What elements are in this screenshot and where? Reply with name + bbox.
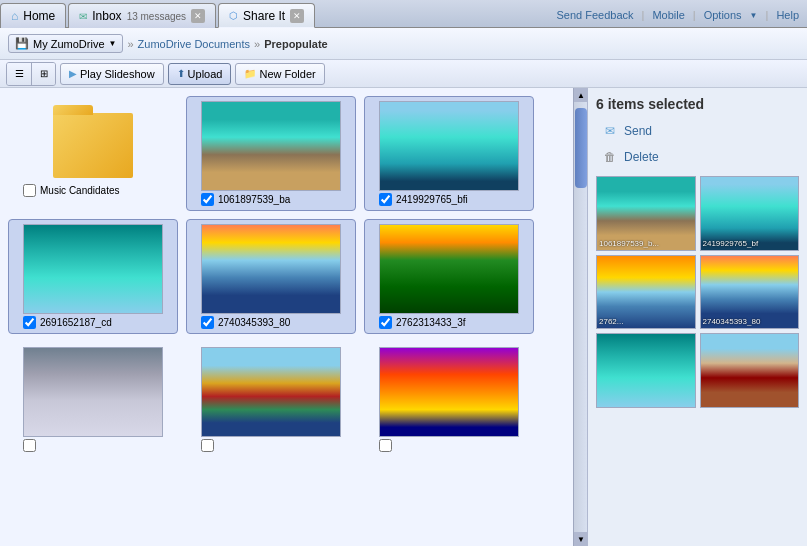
- thumbnail-stormy: [23, 347, 163, 437]
- dropdown-arrow-icon: ▼: [109, 39, 117, 48]
- thumb-img-2740: [202, 225, 340, 313]
- sel-thumb-2-label: 2419929765_bf: [703, 239, 759, 248]
- close-shareit-tab[interactable]: ✕: [290, 9, 304, 23]
- new-folder-label: New Folder: [259, 68, 315, 80]
- upload-button[interactable]: ⬆ Upload: [168, 63, 232, 85]
- folder-icon-toolbar: 📁: [244, 68, 256, 79]
- tab-shareit[interactable]: ⬡ Share It ✕: [218, 3, 315, 28]
- scroll-up-button[interactable]: ▲: [574, 88, 587, 102]
- file-label-2691: 2691652187_cd: [40, 317, 112, 328]
- drive-icon: 💾: [15, 37, 29, 50]
- sel-thumb-2: 2419929765_bf: [700, 176, 800, 251]
- checkbox-port[interactable]: [201, 439, 214, 452]
- grid-view-button[interactable]: ⊞: [31, 63, 55, 85]
- folder-label: Music Candidates: [40, 185, 119, 196]
- sel-thumb-1: 1061897539_b...: [596, 176, 696, 251]
- breadcrumb-zumodocs[interactable]: ZumoDrive Documents: [138, 38, 250, 50]
- home-icon: ⌂: [11, 9, 18, 23]
- tab-home[interactable]: ⌂ Home: [0, 3, 66, 28]
- checkbox-row-2740: 2740345393_80: [201, 316, 341, 329]
- slideshow-button[interactable]: ▶ Play Slideshow: [60, 63, 164, 85]
- file-item-2691[interactable]: 2691652187_cd: [8, 219, 178, 334]
- close-inbox-tab[interactable]: ✕: [191, 9, 205, 23]
- delete-action-label: Delete: [624, 150, 659, 164]
- checkbox-row-port: [201, 439, 341, 452]
- selection-thumbnails: 1061897539_b... 2419929765_bf 2762... 27…: [596, 176, 799, 408]
- sel-thumb-4: 2740345393_80: [700, 255, 800, 330]
- sel-thumb-3-label: 2762...: [599, 317, 623, 326]
- file-item-2740[interactable]: 2740345393_80: [186, 219, 356, 334]
- file-label-2419: 2419929765_bfi: [396, 194, 468, 205]
- checkbox-sunset[interactable]: [379, 439, 392, 452]
- sel-thumb-3: 2762...: [596, 255, 696, 330]
- folder-checkbox-row: Music Candidates: [23, 184, 163, 197]
- send-action-label: Send: [624, 124, 652, 138]
- thumb-img-port: [202, 348, 340, 436]
- top-actions: Send Feedback | Mobile | Options ▼ | Hel…: [556, 3, 807, 27]
- file-item-port[interactable]: [186, 342, 356, 457]
- send-action-button[interactable]: ✉ Send: [596, 120, 799, 142]
- file-item-folder-music[interactable]: Music Candidates: [8, 96, 178, 211]
- scrollbar-track: ▲ ▼: [573, 88, 587, 546]
- thumbnail-2740: [201, 224, 341, 314]
- selection-count: 6 items selected: [596, 96, 799, 112]
- breadcrumb-sep2: »: [254, 38, 260, 50]
- checkbox-1061[interactable]: [201, 193, 214, 206]
- thumb-img-sunset: [380, 348, 518, 436]
- sel-thumb-5: [596, 333, 696, 408]
- thumb-img-2419: [380, 102, 518, 190]
- tab-home-label: Home: [23, 9, 55, 23]
- thumbnail-2762: [379, 224, 519, 314]
- breadcrumb: 💾 My ZumoDrive ▼ » ZumoDrive Documents »…: [0, 28, 807, 60]
- file-item-sunset[interactable]: [364, 342, 534, 457]
- scrollbar-thumb[interactable]: [575, 108, 587, 188]
- sel-thumb-4-label: 2740345393_80: [703, 317, 761, 326]
- file-item-2419[interactable]: 2419929765_bfi: [364, 96, 534, 211]
- file-grid-container[interactable]: Music Candidates 1061897539_ba: [0, 88, 573, 546]
- thumbnail-sunset: [379, 347, 519, 437]
- folder-icon-music: [53, 113, 133, 178]
- tab-bar: ⌂ Home ✉ Inbox 13 messages ✕ ⬡ Share It …: [0, 0, 807, 28]
- thumbnail-2419: [379, 101, 519, 191]
- inbox-icon: ✉: [79, 11, 87, 22]
- file-grid: Music Candidates 1061897539_ba: [8, 96, 565, 457]
- tab-inbox[interactable]: ✉ Inbox 13 messages ✕: [68, 3, 216, 28]
- options-arrow-icon: ▼: [750, 11, 758, 20]
- checkbox-row-1061: 1061897539_ba: [201, 193, 341, 206]
- file-item-2762[interactable]: 2762313433_3f: [364, 219, 534, 334]
- sel-thumb-6: [700, 333, 800, 408]
- my-zumodrive-button[interactable]: 💾 My ZumoDrive ▼: [8, 34, 123, 53]
- upload-icon: ⬆: [177, 68, 185, 79]
- upload-label: Upload: [188, 68, 223, 80]
- checkbox-2740[interactable]: [201, 316, 214, 329]
- checkbox-2419[interactable]: [379, 193, 392, 206]
- file-item-stormy[interactable]: [8, 342, 178, 457]
- tab-shareit-label: Share It: [243, 9, 285, 23]
- thumb-img-2762: [380, 225, 518, 313]
- send-feedback-link[interactable]: Send Feedback: [556, 9, 633, 21]
- checkbox-2762[interactable]: [379, 316, 392, 329]
- file-label-2740: 2740345393_80: [218, 317, 290, 328]
- checkbox-2691[interactable]: [23, 316, 36, 329]
- slideshow-label: Play Slideshow: [80, 68, 155, 80]
- file-label-1061: 1061897539_ba: [218, 194, 290, 205]
- scroll-down-button[interactable]: ▼: [574, 532, 587, 546]
- delete-action-button[interactable]: 🗑 Delete: [596, 146, 799, 168]
- checkbox-row-2691: 2691652187_cd: [23, 316, 163, 329]
- tab-inbox-label: Inbox: [92, 9, 121, 23]
- new-folder-button[interactable]: 📁 New Folder: [235, 63, 324, 85]
- mobile-link[interactable]: Mobile: [652, 9, 684, 21]
- folder-checkbox[interactable]: [23, 184, 36, 197]
- thumbnail-2691: [23, 224, 163, 314]
- options-link[interactable]: Options: [704, 9, 742, 21]
- right-panel: 6 items selected ✉ Send 🗑 Delete 1061897…: [587, 88, 807, 546]
- list-view-button[interactable]: ☰: [7, 63, 31, 85]
- send-icon: ✉: [602, 123, 618, 139]
- file-label-2762: 2762313433_3f: [396, 317, 466, 328]
- help-link[interactable]: Help: [776, 9, 799, 21]
- checkbox-row-sunset: [379, 439, 519, 452]
- breadcrumb-sep1: »: [127, 38, 133, 50]
- file-item-1061[interactable]: 1061897539_ba: [186, 96, 356, 211]
- shareit-icon: ⬡: [229, 10, 238, 21]
- checkbox-stormy[interactable]: [23, 439, 36, 452]
